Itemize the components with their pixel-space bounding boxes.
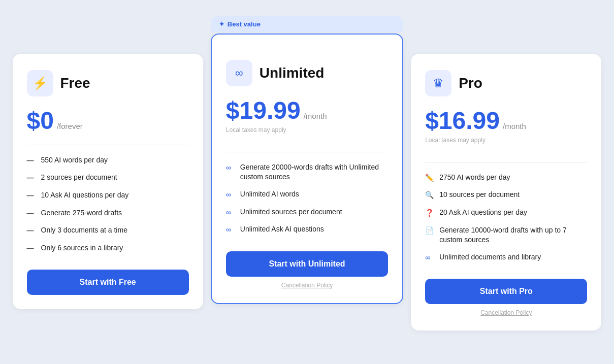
unlimited-features-list: ∞ Generate 20000-words drafts with Unlim… <box>226 162 388 235</box>
list-item: — 10 Ask AI questions per day <box>27 190 189 201</box>
infinity-icon: ∞ <box>226 208 235 218</box>
best-value-badge: ✦ Best value <box>211 16 403 32</box>
list-item: — Only 6 sources in a library <box>27 243 189 254</box>
unlimited-plan-name: Unlimited <box>260 65 325 81</box>
pricing-container: ⚡ Free $0 /forever — 550 AI words per da… <box>13 34 602 331</box>
pro-plan-header: ♛ Pro <box>425 70 587 96</box>
pro-divider <box>425 162 587 162</box>
pencil-icon: ✏️ <box>425 173 434 183</box>
free-plan-header: ⚡ Free <box>27 70 189 96</box>
unlimited-divider <box>226 152 388 152</box>
dash-icon: — <box>27 156 36 166</box>
search-icon: 🔍 <box>425 190 434 201</box>
infinity-icon: ∞ <box>226 190 235 200</box>
bolt-icon: ⚡ <box>33 76 48 90</box>
unlimited-price-period: /month <box>304 112 327 120</box>
free-plan-card: ⚡ Free $0 /forever — 550 AI words per da… <box>13 54 203 310</box>
list-item: ✏️ 2750 AI words per day <box>425 173 587 183</box>
unlimited-plan-icon: ∞ <box>226 60 252 86</box>
unlimited-price-note: Local taxes may apply <box>226 126 388 134</box>
start-unlimited-button[interactable]: Start with Unlimited <box>226 251 388 277</box>
dash-icon: — <box>27 244 36 254</box>
list-item: ∞ Generate 20000-words drafts with Unlim… <box>226 162 388 182</box>
list-item: ∞ Unlimited Ask AI questions <box>226 224 388 235</box>
list-item: ∞ Unlimited AI words <box>226 189 388 200</box>
unlimited-price-amount: $19.99 <box>226 96 301 124</box>
dash-icon: — <box>27 173 36 183</box>
pro-price-period: /month <box>503 122 526 130</box>
list-item: — Only 3 documents at a time <box>27 225 189 236</box>
free-plan-icon: ⚡ <box>27 70 53 96</box>
list-item: ❓ 20 Ask AI questions per day <box>425 208 587 218</box>
free-price-row: $0 /forever <box>27 107 189 135</box>
best-value-label: Best value <box>228 20 261 28</box>
pro-price-row: $16.99 /month <box>425 107 587 135</box>
pro-cancellation-policy[interactable]: Cancellation Policy <box>425 309 587 316</box>
free-features-list: — 550 AI words per day — 2 sources per d… <box>27 155 189 254</box>
dash-icon: — <box>27 191 36 201</box>
free-divider <box>27 145 189 145</box>
free-plan-name: Free <box>60 75 90 91</box>
list-item: 🔍 10 sources per document <box>425 190 587 201</box>
pro-features-list: ✏️ 2750 AI words per day 🔍 10 sources pe… <box>425 173 587 263</box>
dash-icon: — <box>27 209 36 219</box>
infinity-icon: ∞ <box>226 225 235 235</box>
infinity-icon: ∞ <box>226 163 235 173</box>
unlimited-plan-header: ∞ Unlimited <box>226 60 388 86</box>
pro-price-note: Local taxes may apply <box>425 137 587 144</box>
unlimited-price-row: $19.99 /month <box>226 96 388 124</box>
free-price-period: /forever <box>57 122 83 130</box>
start-pro-button[interactable]: Start with Pro <box>425 279 587 304</box>
pro-price-amount: $16.99 <box>425 107 500 135</box>
crown-icon: ♛ <box>433 76 444 90</box>
unlimited-cancellation-policy[interactable]: Cancellation Policy <box>226 282 388 289</box>
list-item: — 2 sources per document <box>27 173 189 183</box>
pro-plan-icon: ♛ <box>425 70 451 96</box>
pro-plan-name: Pro <box>459 75 482 91</box>
document-icon: 📄 <box>425 226 434 236</box>
sparkle-icon: ✦ <box>219 20 224 28</box>
list-item: ∞ Unlimited sources per document <box>226 207 388 218</box>
list-item: 📄 Generate 10000-word drafts with up to … <box>425 225 587 245</box>
list-item: ∞ Unlimited documents and library <box>425 252 587 263</box>
list-item: — 550 AI words per day <box>27 155 189 166</box>
list-item: — Generate 275-word drafts <box>27 208 189 219</box>
free-price-amount: $0 <box>27 107 54 135</box>
question-icon: ❓ <box>425 208 434 218</box>
infinity-icon: ∞ <box>235 67 243 80</box>
pro-plan-card: ♛ Pro $16.99 /month Local taxes may appl… <box>411 54 601 331</box>
unlimited-plan-card: ✦ Best value ∞ Unlimited $19.99 /month L… <box>211 34 403 304</box>
infinity-icon: ∞ <box>425 253 434 263</box>
start-free-button[interactable]: Start with Free <box>27 270 189 295</box>
dash-icon: — <box>27 226 36 236</box>
